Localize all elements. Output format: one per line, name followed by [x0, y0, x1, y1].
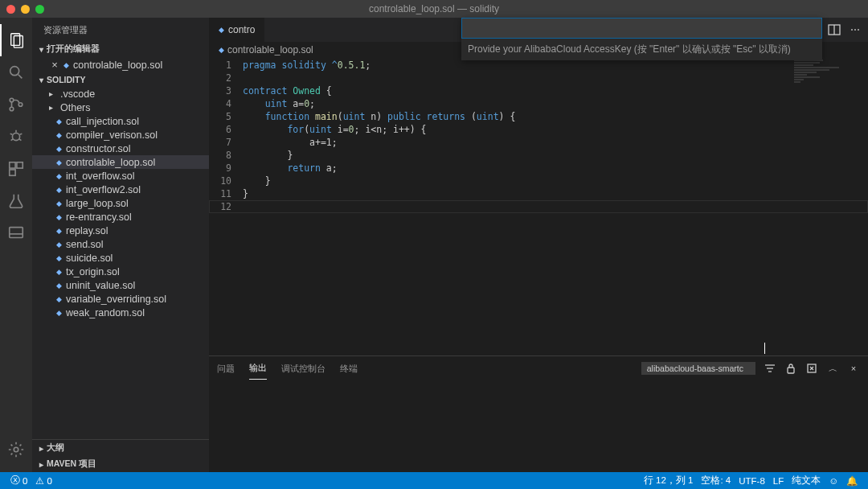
- sb-bell-icon[interactable]: 🔔: [842, 475, 862, 487]
- chevron-up-icon[interactable]: ︿: [826, 362, 839, 375]
- maven-header[interactable]: ▸MAVEN 项目: [32, 456, 209, 472]
- file-item[interactable]: ◆large_loop.sol: [32, 196, 209, 210]
- close-icon[interactable]: ×: [50, 59, 59, 71]
- accesskey-input[interactable]: [461, 18, 822, 39]
- file-icon: ◆: [219, 46, 224, 54]
- svg-rect-16: [10, 228, 23, 238]
- svg-line-9: [10, 134, 13, 134]
- statusbar: ⓧ0 ⚠0 行 12，列 1 空格: 4 UTF-8 LF 纯文本 ☺ 🔔: [0, 472, 868, 489]
- lock-icon[interactable]: [784, 362, 797, 375]
- sb-errors[interactable]: ⓧ0: [6, 474, 31, 487]
- panel-tab-output[interactable]: 输出: [249, 357, 267, 380]
- sidebar: 资源管理器 ▾打开的编辑器 × ◆ controlable_loop.sol ▾…: [32, 18, 209, 472]
- open-editor-label: controlable_loop.sol: [73, 60, 162, 71]
- file-tree: ▸.vscode▸Others◆call_injection.sol◆compi…: [32, 87, 209, 439]
- svg-point-4: [10, 98, 14, 102]
- extensions-icon[interactable]: [0, 153, 32, 185]
- svg-point-7: [12, 133, 19, 140]
- sb-eol[interactable]: LF: [769, 475, 788, 487]
- sidebar-title: 资源管理器: [32, 18, 209, 41]
- file-item[interactable]: ◆int_overflow.sol: [32, 169, 209, 183]
- line-gutter: 123456789101112: [209, 58, 243, 355]
- more-icon[interactable]: ⋯: [849, 23, 862, 36]
- sb-encoding[interactable]: UTF-8: [735, 475, 769, 487]
- sb-ln-col[interactable]: 行 12，列 1: [640, 475, 698, 487]
- minimap[interactable]: [794, 60, 858, 84]
- svg-rect-24: [788, 368, 794, 373]
- panel-tab-terminal[interactable]: 终端: [340, 358, 358, 380]
- project-header[interactable]: ▾SOLIDITY: [32, 72, 209, 87]
- open-editors-header[interactable]: ▾打开的编辑器: [32, 41, 209, 57]
- output-channel-select[interactable]: alibabacloud-baas-smartc: [641, 362, 755, 375]
- svg-point-5: [10, 107, 14, 111]
- sb-lang[interactable]: 纯文本: [788, 475, 825, 487]
- tab-active[interactable]: ◆ contro: [209, 18, 265, 42]
- explorer-icon[interactable]: [0, 24, 32, 56]
- file-item[interactable]: ◆constructor.sol: [32, 142, 209, 155]
- file-item[interactable]: ◆call_injection.sol: [32, 114, 209, 128]
- panel-tab-problems[interactable]: 问题: [217, 358, 235, 380]
- clear-icon[interactable]: [805, 362, 818, 375]
- file-item[interactable]: ◆weak_random.sol: [32, 306, 209, 319]
- traffic-lights: [0, 5, 44, 14]
- editor-body[interactable]: 123456789101112 pragma solidity ^0.5.1; …: [209, 58, 868, 355]
- svg-rect-14: [17, 162, 23, 168]
- open-editor-item[interactable]: × ◆ controlable_loop.sol: [32, 57, 209, 72]
- bottom-panel: 问题 输出 调试控制台 终端 alibabacloud-baas-smartc …: [209, 355, 868, 472]
- sb-spaces[interactable]: 空格: 4: [697, 475, 735, 487]
- test-icon[interactable]: [0, 185, 32, 217]
- file-item[interactable]: ◆suicide.sol: [32, 251, 209, 265]
- panel-icon[interactable]: [0, 217, 32, 249]
- code-content[interactable]: pragma solidity ^0.5.1; contract Owned {…: [243, 58, 868, 355]
- maximize-window-button[interactable]: [35, 5, 44, 14]
- source-control-icon[interactable]: [0, 88, 32, 121]
- folder-item[interactable]: ▸Others: [32, 101, 209, 114]
- svg-point-18: [14, 447, 18, 452]
- prompt-hint: Provide your AlibabaCloud AccessKey (按 "…: [461, 39, 822, 60]
- text-cursor: [764, 343, 765, 354]
- tab-label: contro: [228, 24, 255, 35]
- svg-rect-13: [10, 162, 15, 168]
- file-icon: ◆: [63, 61, 69, 69]
- file-item[interactable]: ◆tx_origin.sol: [32, 265, 209, 278]
- file-item[interactable]: ◆variable_overriding.sol: [32, 292, 209, 306]
- close-window-button[interactable]: [6, 5, 15, 14]
- debug-icon[interactable]: [0, 121, 32, 153]
- file-item[interactable]: ◆send.sol: [32, 237, 209, 251]
- editor-area: ◆ contro ⋯ Provide your AlibabaCloud Acc…: [209, 18, 868, 472]
- file-item[interactable]: ◆uninit_value.sol: [32, 278, 209, 292]
- svg-line-12: [19, 139, 22, 141]
- svg-rect-15: [10, 170, 15, 175]
- search-icon[interactable]: [0, 56, 32, 88]
- sb-feedback-icon[interactable]: ☺: [825, 475, 842, 487]
- panel-tabs: 问题 输出 调试控制台 终端 alibabacloud-baas-smartc …: [209, 356, 868, 380]
- panel-tab-debug[interactable]: 调试控制台: [281, 358, 326, 380]
- file-item[interactable]: ◆compiler_verison.sol: [32, 128, 209, 142]
- sb-warnings[interactable]: ⚠0: [31, 475, 55, 487]
- input-prompt: Provide your AlibabaCloud AccessKey (按 "…: [461, 18, 822, 60]
- minimize-window-button[interactable]: [21, 5, 30, 14]
- titlebar: controlable_loop.sol — solidity: [0, 0, 868, 18]
- filter-icon[interactable]: [764, 362, 776, 375]
- settings-icon[interactable]: [0, 434, 32, 466]
- close-panel-icon[interactable]: ×: [847, 362, 860, 375]
- file-icon: ◆: [219, 26, 224, 34]
- svg-line-3: [18, 75, 23, 79]
- svg-point-6: [18, 103, 23, 107]
- activity-bar: [0, 18, 32, 472]
- folder-item[interactable]: ▸.vscode: [32, 87, 209, 101]
- svg-point-2: [10, 67, 19, 76]
- split-editor-icon[interactable]: [828, 23, 841, 36]
- file-item[interactable]: ◆controlable_loop.sol: [32, 155, 209, 169]
- outline-header[interactable]: ▸大纲: [32, 440, 209, 456]
- file-item[interactable]: ◆replay.sol: [32, 224, 209, 237]
- svg-line-10: [20, 134, 23, 134]
- file-item[interactable]: ◆int_overflow2.sol: [32, 183, 209, 196]
- svg-line-11: [11, 139, 14, 141]
- file-item[interactable]: ◆re-entrancy.sol: [32, 210, 209, 224]
- window-title: controlable_loop.sol — solidity: [369, 3, 499, 14]
